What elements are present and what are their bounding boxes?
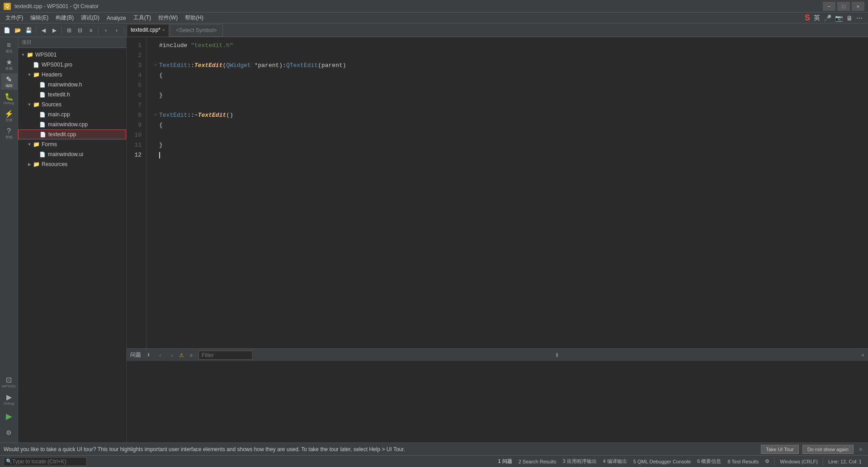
tree-item-forms[interactable]: ▼ 📁 Forms	[18, 139, 126, 149]
toolbar-back[interactable]: ◀	[38, 25, 48, 35]
mic-icon[interactable]: 🎤	[824, 14, 831, 22]
editor-content[interactable]: 1 2 3 4 5 6 7 8 9 10 11 12 #include "tex…	[127, 37, 868, 348]
menu-right: S 英 🎤 📷 🖥 ⋯	[805, 13, 866, 23]
code-fn-2: TextEdit	[198, 110, 226, 120]
close-button[interactable]: ×	[852, 2, 864, 11]
line-num-12: 12	[128, 150, 144, 160]
status-summary[interactable]: 6 概要信息	[694, 456, 724, 467]
status-qml-debugger[interactable]: 5 QML Debugger Console	[631, 456, 693, 467]
code-area[interactable]: #include "textedit.h" ▾ TextEdit::TextEd…	[146, 37, 868, 348]
sidebar-analyze-btn[interactable]: ⚡ 分析	[1, 108, 17, 124]
status-compile-output[interactable]: 4 编译输出	[600, 456, 630, 467]
take-tour-btn[interactable]: Take UI Tour	[761, 445, 799, 454]
filter-input[interactable]	[198, 351, 253, 360]
tree-item-textedit-h[interactable]: 📄 textedit.h	[18, 90, 126, 100]
menu-help[interactable]: 帮助(H)	[181, 13, 207, 24]
toolbar-btn-7[interactable]: ≡	[86, 25, 96, 35]
fold-indicator-8[interactable]: ▾	[152, 110, 159, 120]
toolbar-btn-6[interactable]: ⊟	[75, 25, 85, 35]
menu-bar: 文件(F) 编辑(E) 构建(B) 调试(D) Analyze 工具(T) 控件…	[0, 13, 868, 24]
wps001-label: WPS001	[2, 385, 16, 388]
tree-arrow-mainwindow-cpp	[33, 121, 39, 128]
tree-item-headers[interactable]: ▼ 📁 Headers	[18, 70, 126, 80]
issues-filter-btn[interactable]: ⬇	[144, 351, 153, 360]
tree-item-resources[interactable]: ▶ 📁 Resources	[18, 159, 126, 169]
expand-btn[interactable]: ⬆	[555, 352, 559, 358]
tree-item-main-cpp[interactable]: 📄 main.cpp	[18, 110, 126, 119]
menu-debug[interactable]: 调试(D)	[77, 13, 103, 24]
status-issues[interactable]: 1 问题	[495, 456, 514, 467]
tree-arrow-mainwindow-ui	[33, 151, 39, 157]
editor-tab-close[interactable]: ×	[162, 28, 165, 33]
status-test-results[interactable]: 8 Test Results	[725, 456, 761, 467]
more-icon[interactable]: ⋯	[856, 14, 863, 22]
status-search-results[interactable]: 2 Search Results	[516, 456, 559, 467]
status-app-output[interactable]: 3 应用程序输出	[560, 456, 599, 467]
tree-item-mainwindow-ui[interactable]: 📄 mainwindow.ui	[18, 149, 126, 159]
toolbar-nav-next[interactable]: ›	[112, 25, 122, 35]
editor-tab-textedit[interactable]: textedit.cpp* ×	[127, 24, 169, 37]
favorites-label: 收藏	[5, 67, 13, 71]
tree-item-wps001pro[interactable]: 📄 WPS001.pro	[18, 60, 126, 70]
menu-edit[interactable]: 编辑(E)	[27, 13, 52, 24]
maximize-button[interactable]: □	[837, 2, 850, 11]
tree-item-wps001[interactable]: ▼ 📁 WPS001	[18, 50, 126, 60]
sidebar-project-btn[interactable]: ≡ 项目	[1, 39, 17, 55]
menu-tools[interactable]: 工具(T)	[130, 13, 155, 24]
toolbar-nav-prev[interactable]: ‹	[101, 25, 111, 35]
help-label: 帮助	[5, 136, 13, 139]
line-numbers: 1 2 3 4 5 6 7 8 9 10 11 12	[127, 37, 146, 348]
tree-item-textedit-cpp[interactable]: 📄 textedit.cpp	[18, 129, 126, 139]
sidebar-favorites-btn[interactable]: ★ 收藏	[1, 56, 17, 72]
fold-indicator-3[interactable]: ▾	[152, 61, 159, 71]
bottom-panel-content	[127, 361, 868, 443]
select-symbol-dropdown[interactable]: <Select Symbol>	[170, 24, 223, 37]
bottom-section: 问题 ⬇ ‹ › ⚠ ≡ ⬆ ×	[127, 348, 868, 443]
screen-icon[interactable]: 🖥	[846, 14, 853, 22]
locate-input[interactable]	[12, 458, 85, 465]
sidebar-edit-btn[interactable]: ✎ 编辑	[1, 73, 17, 90]
editor-area: 1 2 3 4 5 6 7 8 9 10 11 12 #include "tex…	[127, 37, 868, 443]
status-line-ending[interactable]: Windows (CRLF)	[777, 456, 821, 467]
tree-item-mainwindow-cpp[interactable]: 📄 mainwindow.cpp	[18, 119, 126, 129]
toolbar-btn-1[interactable]: 📄	[2, 25, 12, 35]
menu-file[interactable]: 文件(F)	[2, 13, 27, 24]
minimize-button[interactable]: −	[823, 2, 835, 11]
issues-toggle-btn[interactable]: ≡	[187, 351, 196, 360]
code-cls-2: QWidget	[226, 61, 251, 71]
line-num-11: 11	[128, 140, 144, 150]
code-fn-1: TextEdit	[194, 61, 222, 71]
issues-prev-btn[interactable]: ‹	[156, 351, 165, 360]
file-icon-textedit-cpp: 📄	[39, 131, 47, 138]
close-panel-btn[interactable]: ×	[861, 352, 864, 358]
sidebar-debug-btn[interactable]: 🐛 Debug	[1, 91, 17, 107]
notification-close-btn[interactable]: ×	[857, 446, 864, 453]
tree-arrow-textedit-cpp	[33, 131, 39, 138]
file-tree-panel: 项目 ▼ 📁 WPS001 📄 WPS001.pro ▼ 📁	[18, 37, 127, 443]
status-settings-btn[interactable]: ⚙	[762, 456, 772, 467]
menu-controls[interactable]: 控件(W)	[155, 13, 181, 24]
menu-build[interactable]: 构建(B)	[52, 13, 77, 24]
dont-show-btn[interactable]: Do not show again	[802, 445, 854, 454]
app-icon: Q	[4, 3, 11, 10]
toolbar-btn-3[interactable]: 💾	[24, 25, 33, 35]
toolbar-btn-5[interactable]: ⊞	[64, 25, 74, 35]
tree-item-sources[interactable]: ▼ 📁 Sources	[18, 100, 126, 110]
file-icon-wps001pro: 📄	[33, 61, 40, 68]
code-cls-3: QTextEdit	[286, 61, 318, 71]
sidebar-help-btn[interactable]: ? 帮助	[1, 125, 17, 141]
toolbar-forward[interactable]: ▶	[49, 25, 59, 35]
run-green-btn[interactable]: ▶	[1, 408, 17, 424]
status-cursor-position[interactable]: Line: 12, Col: 1	[826, 456, 864, 467]
toolbar-btn-2[interactable]: 📂	[13, 25, 23, 35]
issues-next-btn[interactable]: ›	[167, 351, 176, 360]
locate-input-area[interactable]: 🔍	[4, 457, 87, 466]
menu-analyze[interactable]: Analyze	[103, 13, 130, 24]
status-sep-2	[823, 457, 823, 466]
sidebar-wps001-btn[interactable]: ⊡ WPS001	[1, 374, 17, 390]
build-btn[interactable]: ⚙	[1, 424, 17, 441]
toolbar-sep-3	[98, 26, 99, 34]
video-icon[interactable]: 📷	[835, 14, 843, 22]
tree-item-mainwindow-h[interactable]: 📄 mainwindow.h	[18, 80, 126, 90]
sidebar-run-btn[interactable]: ▶ Debug	[1, 391, 17, 407]
